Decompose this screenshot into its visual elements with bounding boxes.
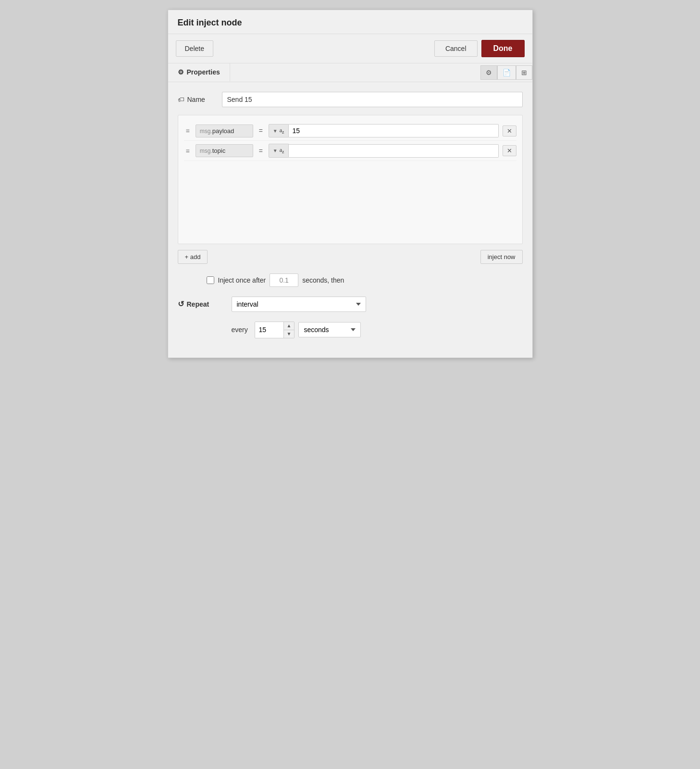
delete-button[interactable]: Delete <box>176 40 213 57</box>
dropdown-arrow-icon: ▼ <box>273 148 278 153</box>
remove-payload-button[interactable]: ✕ <box>503 125 516 136</box>
type-dropdown-topic[interactable]: ▼ az <box>269 144 289 157</box>
type-dropdown-payload[interactable]: ▼ az <box>269 124 289 137</box>
drag-handle-icon[interactable]: ≡ <box>184 146 192 156</box>
tab-icon-doc[interactable]: 📄 <box>497 65 516 80</box>
payload-value-input[interactable] <box>289 124 499 137</box>
type-az-icon: az <box>280 147 284 154</box>
table-row: ≡ msg.payload = ▼ az ✕ <box>184 121 516 141</box>
every-increment-button[interactable]: ▲ <box>284 322 295 330</box>
msg-key-payload: msg.payload <box>196 124 253 137</box>
done-button[interactable]: Done <box>481 40 525 57</box>
edit-inject-dialog: Edit inject node Delete Cancel Done ⚙ Pr… <box>168 10 533 358</box>
name-label: 🏷 Name <box>178 96 216 103</box>
every-label: every <box>232 326 251 334</box>
name-field-row: 🏷 Name <box>178 92 523 107</box>
content-area: 🏷 Name ≡ msg.payload = ▼ az <box>168 82 532 358</box>
inject-once-row: Inject once after seconds, then <box>178 273 523 287</box>
msg-key-value: topic <box>212 147 225 154</box>
type-az-icon: az <box>280 127 284 135</box>
repeat-row: ↺ Repeat none interval at a specific tim… <box>178 297 523 312</box>
dialog-title: Edit inject node <box>168 10 532 34</box>
every-decrement-button[interactable]: ▼ <box>284 330 295 338</box>
msg-key-value: payload <box>212 127 234 135</box>
toolbar: Delete Cancel Done <box>168 34 532 63</box>
dropdown-arrow-icon: ▼ <box>273 128 278 134</box>
properties-gear-icon: ⚙ <box>178 68 184 76</box>
repeat-select[interactable]: none interval at a specific time at a sp… <box>232 297 366 312</box>
actions-row: + add inject now <box>178 250 523 264</box>
empty-space <box>184 161 516 238</box>
tag-icon: 🏷 <box>178 96 184 103</box>
inject-once-label: Inject once after <box>218 276 266 284</box>
every-num-wrapper: ▲ ▼ <box>255 322 295 338</box>
name-label-text: Name <box>187 96 205 103</box>
inject-once-value-input[interactable] <box>270 273 298 287</box>
every-value-input[interactable] <box>255 322 284 338</box>
tab-icon-gear[interactable]: ⚙ <box>480 65 497 80</box>
tab-icons-group: ⚙ 📄 ⊞ <box>480 65 532 80</box>
add-button[interactable]: + add <box>178 250 208 264</box>
inject-once-unit: seconds, then <box>302 276 344 284</box>
inject-now-button[interactable]: inject now <box>480 250 523 264</box>
equals-sign: = <box>257 147 265 155</box>
table-row: ≡ msg.topic = ▼ az ✕ <box>184 141 516 161</box>
repeat-label: ↺ Repeat <box>178 299 226 309</box>
equals-sign: = <box>257 127 265 135</box>
tabs-row: ⚙ Properties ⚙ 📄 ⊞ <box>168 63 532 82</box>
tab-icon-layout[interactable]: ⊞ <box>516 65 532 80</box>
msg-prefix: msg. <box>200 148 212 154</box>
every-arrows: ▲ ▼ <box>284 322 295 338</box>
inject-once-checkbox[interactable] <box>207 276 214 284</box>
cancel-button[interactable]: Cancel <box>434 40 478 57</box>
msg-container: ≡ msg.payload = ▼ az ✕ ≡ msg.top <box>178 115 523 244</box>
drag-handle-icon[interactable]: ≡ <box>184 126 192 136</box>
tab-properties[interactable]: ⚙ Properties <box>168 63 230 82</box>
every-unit-select[interactable]: milliseconds seconds minutes hours days <box>298 322 361 337</box>
title-text: Edit inject node <box>178 18 242 27</box>
every-row: every ▲ ▼ milliseconds seconds minutes h… <box>178 322 523 338</box>
msg-prefix: msg. <box>200 128 212 135</box>
properties-tab-label: Properties <box>187 68 220 76</box>
repeat-label-text: Repeat <box>187 300 209 308</box>
msg-key-topic: msg.topic <box>196 144 253 157</box>
name-input[interactable] <box>222 92 523 107</box>
repeat-icon: ↺ <box>178 299 184 309</box>
topic-value-input[interactable] <box>289 144 499 158</box>
remove-topic-button[interactable]: ✕ <box>503 145 516 156</box>
